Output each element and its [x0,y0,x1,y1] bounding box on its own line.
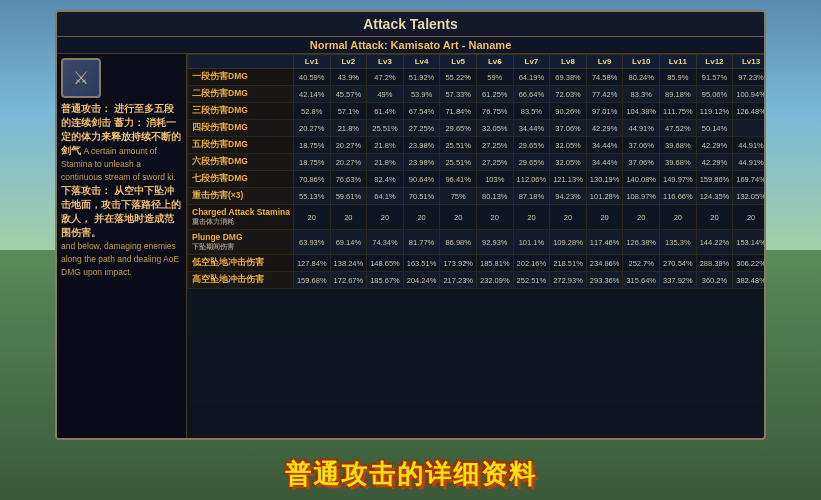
panel-subtitle: Normal Attack: Kamisato Art - Naname [57,37,764,54]
row-value: 135.3% [660,230,697,255]
row-value: 218.51% [550,255,587,272]
row-value: 72.03% [550,86,587,103]
row-value: 20 [330,205,367,230]
row-value: 57.1% [330,103,367,120]
row-value: 64.1% [367,188,404,205]
row-value: 67.54% [403,103,440,120]
row-value: 59.61% [330,188,367,205]
row-value: 45.57% [330,86,367,103]
row-value: 95.06% [696,86,733,103]
row-value: 76.75% [476,103,513,120]
column-header: Lv13 [733,55,764,69]
row-value: 59% [476,69,513,86]
row-value: 18.75% [293,154,330,171]
row-value: 25.51% [367,120,404,137]
row-value: 74.34% [367,230,404,255]
column-header: Lv3 [367,55,404,69]
column-header: Lv9 [586,55,623,69]
row-label: 三段伤害DMG [188,103,294,120]
row-value: 55.13% [293,188,330,205]
row-value: 20 [440,205,477,230]
description-text: 普通攻击： 进行至多五段的连续剑击 蓄力： 消耗一定的体力来释放持续不断的剑气 … [61,102,182,278]
row-value: 27.25% [476,154,513,171]
row-value: 132.05% [733,188,764,205]
row-value: 94.23% [550,188,587,205]
row-value: 37.06% [550,120,587,137]
table-body: 一段伤害DMG40.59%43.9%47.2%51.92%55.22%59%64… [188,69,765,289]
row-value: 70.86% [293,171,330,188]
column-header: Lv1 [293,55,330,69]
description-area: ⚔ 普通攻击： 进行至多五段的连续剑击 蓄力： 消耗一定的体力来释放持续不断的剑… [57,54,187,438]
row-value: 119.12% [696,103,733,120]
row-value: 37.06% [623,137,660,154]
table-row: 五段伤害DMG18.75%20.27%21.8%23.98%25.51%27.2… [188,137,765,154]
column-header: Lv2 [330,55,367,69]
row-value: 83.3% [623,86,660,103]
row-value: 90.64% [403,171,440,188]
row-value: 116.66% [660,188,697,205]
row-value: 169.74% [733,171,764,188]
column-header: Lv5 [440,55,477,69]
row-value: 252.7% [623,255,660,272]
row-value: 126.48% [733,103,764,120]
row-value: 21.8% [330,120,367,137]
row-value: 69.14% [330,230,367,255]
table-row: 重击伤害(×3)55.13%59.61%64.1%70.51%75%80.13%… [188,188,765,205]
row-value: 66.64% [513,86,550,103]
row-value: 25.51% [440,154,477,171]
column-header: Lv8 [550,55,587,69]
row-value: 74.58% [586,69,623,86]
row-value: 90.26% [550,103,587,120]
table-row: Charged Attack Stamina重击体力消耗202020202020… [188,205,765,230]
row-value: 109.28% [550,230,587,255]
row-value: 44.91% [623,120,660,137]
row-value: 149.97% [660,171,697,188]
row-value: 57.33% [440,86,477,103]
row-value: 101.1% [513,230,550,255]
row-value: 27.25% [476,137,513,154]
row-value: 337.92% [660,272,697,289]
row-value: 43.9% [330,69,367,86]
row-value: 20 [513,205,550,230]
row-value: 21.8% [367,154,404,171]
column-header: Lv12 [696,55,733,69]
stats-table: Lv1Lv2Lv3Lv4Lv5Lv6Lv7Lv8Lv9Lv10Lv11Lv12L… [187,54,764,289]
row-value: 20 [586,205,623,230]
row-value: 71.84% [440,103,477,120]
table-row: 三段伤害DMG52.8%57.1%61.4%67.54%71.84%76.75%… [188,103,765,120]
table-header-row: Lv1Lv2Lv3Lv4Lv5Lv6Lv7Lv8Lv9Lv10Lv11Lv12L… [188,55,765,69]
row-value: 272.93% [550,272,587,289]
row-value: 97.23% [733,69,764,86]
row-value: 18.75% [293,137,330,154]
row-value: 111.75% [660,103,697,120]
row-value: 124.35% [696,188,733,205]
row-value: 20 [696,205,733,230]
row-value: 173.92% [440,255,477,272]
row-label: Charged Attack Stamina重击体力消耗 [188,205,294,230]
row-value: 140.08% [623,171,660,188]
table-row: 四段伤害DMG20.27%21.8%25.51%27.25%29.65%32.0… [188,120,765,137]
row-value: 27.25% [403,120,440,137]
row-value: 77.42% [586,86,623,103]
row-value: 34.44% [586,137,623,154]
row-value: 20 [293,205,330,230]
row-label: 一段伤害DMG [188,69,294,86]
row-value: 20.27% [330,154,367,171]
row-value: 25.51% [440,137,477,154]
row-value: 75% [440,188,477,205]
row-value: 108.97% [623,188,660,205]
row-value: 34.44% [586,154,623,171]
row-value: 234.86% [586,255,623,272]
row-value: 138.24% [330,255,367,272]
row-label: Plunge DMG下坠期间伤害 [188,230,294,255]
row-value: 61.25% [476,86,513,103]
row-value: 202.16% [513,255,550,272]
table-row: 高空坠地冲击伤害159.68%172.67%185.67%204.24%217.… [188,272,765,289]
row-value: 47.52% [660,120,697,137]
row-value: 32.05% [550,154,587,171]
row-value: 64.19% [513,69,550,86]
bottom-title-container: 普通攻击的详细资料 [0,457,821,492]
row-value: 293.36% [586,272,623,289]
row-value: 20 [623,205,660,230]
stats-table-area[interactable]: Lv1Lv2Lv3Lv4Lv5Lv6Lv7Lv8Lv9Lv10Lv11Lv12L… [187,54,764,438]
